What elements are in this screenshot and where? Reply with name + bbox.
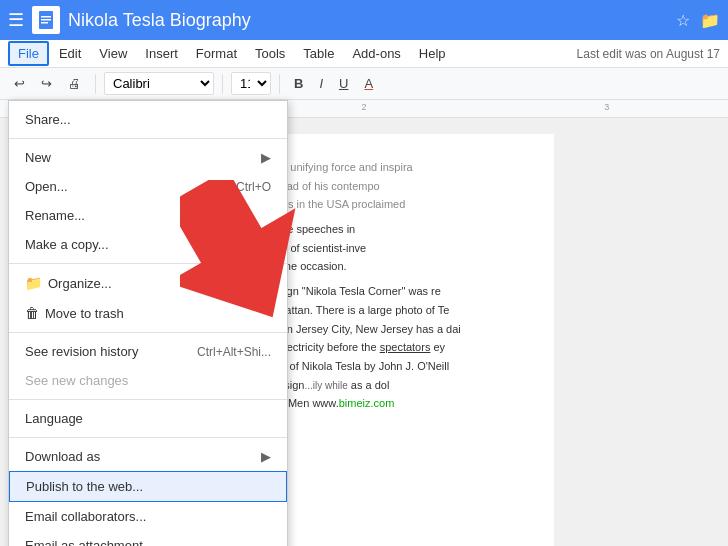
- sep-1: [9, 138, 287, 139]
- menu-open[interactable]: Open... Ctrl+O: [9, 172, 287, 201]
- sep-2: [9, 263, 287, 264]
- italic-button[interactable]: I: [313, 74, 329, 93]
- menu-bar: File Edit View Insert Format Tools Table…: [0, 40, 728, 68]
- trash-icon: 🗑: [25, 305, 39, 321]
- menu-table[interactable]: Table: [295, 43, 342, 64]
- title-icons: ☆ 📁: [676, 11, 720, 30]
- doc-title: Nikola Tesla Biography: [68, 10, 668, 31]
- main-area: 1 2 3 ...ikol... bolizes a unifying forc…: [0, 100, 728, 546]
- svg-rect-3: [41, 22, 48, 24]
- menu-publish[interactable]: Publish to the web...: [9, 471, 287, 502]
- toolbar-sep-1: [95, 74, 96, 94]
- svg-rect-1: [41, 16, 51, 18]
- menu-view[interactable]: View: [91, 43, 135, 64]
- menu-addons[interactable]: Add-ons: [344, 43, 408, 64]
- sep-4: [9, 399, 287, 400]
- menu-language[interactable]: Language: [9, 404, 287, 433]
- folder-icon[interactable]: 📁: [700, 11, 720, 30]
- folder-menu-icon: 📁: [25, 275, 42, 291]
- sep-3: [9, 332, 287, 333]
- font-selector[interactable]: Calibri: [104, 72, 214, 95]
- menu-email-attachment[interactable]: Email as attachment...: [9, 531, 287, 546]
- menu-file[interactable]: File: [8, 41, 49, 66]
- svg-rect-2: [41, 19, 51, 21]
- menu-organize[interactable]: 📁 Organize...: [9, 268, 287, 298]
- font-color-button[interactable]: A: [358, 74, 379, 93]
- file-dropdown: Share... New ▶ Open... Ctrl+O Rename... …: [8, 100, 288, 546]
- menu-email-collaborators[interactable]: Email collaborators...: [9, 502, 287, 531]
- underline-button[interactable]: U: [333, 74, 354, 93]
- menu-tools[interactable]: Tools: [247, 43, 293, 64]
- menu-trash[interactable]: 🗑 Move to trash: [9, 298, 287, 328]
- menu-copy[interactable]: Make a copy...: [9, 230, 287, 259]
- size-selector[interactable]: 11: [231, 72, 271, 95]
- menu-share[interactable]: Share...: [9, 105, 287, 134]
- top-bar: ☰ Nikola Tesla Biography ☆ 📁: [0, 0, 728, 40]
- bold-button[interactable]: B: [288, 74, 309, 93]
- sep-5: [9, 437, 287, 438]
- toolbar-sep-3: [279, 74, 280, 94]
- menu-help[interactable]: Help: [411, 43, 454, 64]
- toolbar: ↩ ↪ 🖨 Calibri 11 B I U A: [0, 68, 728, 100]
- menu-new-changes: See new changes: [9, 366, 287, 395]
- menu-format[interactable]: Format: [188, 43, 245, 64]
- menu-new[interactable]: New ▶: [9, 143, 287, 172]
- undo-button[interactable]: ↩: [8, 74, 31, 93]
- dropdown-overlay: Share... New ▶ Open... Ctrl+O Rename... …: [0, 100, 728, 546]
- arrow-icon: ▶: [261, 150, 271, 165]
- menu-insert[interactable]: Insert: [137, 43, 186, 64]
- print-button[interactable]: 🖨: [62, 74, 87, 93]
- menu-download[interactable]: Download as ▶: [9, 442, 287, 471]
- hamburger-icon[interactable]: ☰: [8, 9, 24, 31]
- menu-edit[interactable]: Edit: [51, 43, 89, 64]
- doc-icon: [32, 6, 60, 34]
- toolbar-sep-2: [222, 74, 223, 94]
- star-icon[interactable]: ☆: [676, 11, 690, 30]
- redo-button[interactable]: ↪: [35, 74, 58, 93]
- last-edit-label: Last edit was on August 17: [577, 47, 720, 61]
- menu-revision-history[interactable]: See revision history Ctrl+Alt+Shi...: [9, 337, 287, 366]
- menu-rename[interactable]: Rename...: [9, 201, 287, 230]
- download-arrow-icon: ▶: [261, 449, 271, 464]
